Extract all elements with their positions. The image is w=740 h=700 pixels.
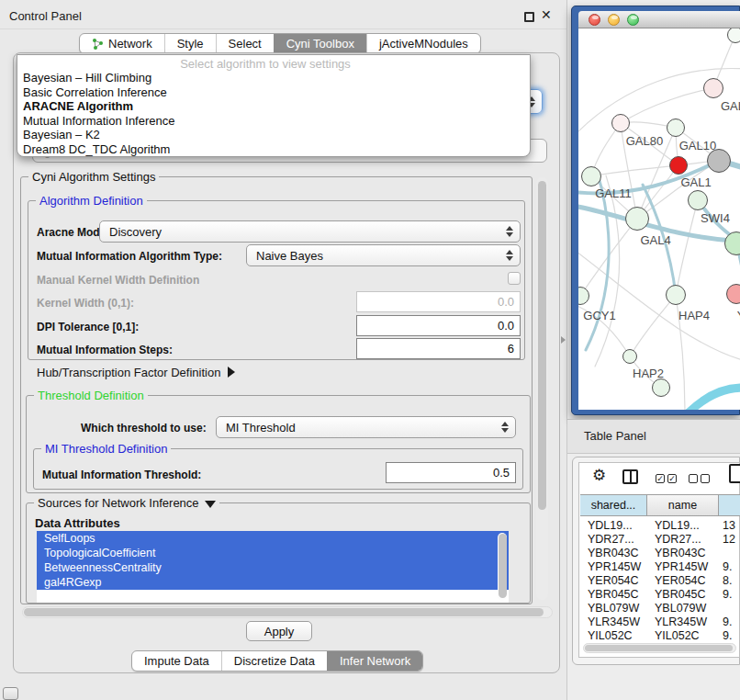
bottom-tab-discretize-data[interactable]: Discretize Data — [221, 651, 327, 671]
table-cell[interactable]: YLR345W — [588, 615, 640, 628]
network-node-y[interactable] — [726, 284, 740, 304]
network-node[interactable] — [652, 378, 670, 397]
tab-select[interactable]: Select — [216, 34, 274, 53]
network-node-gal4[interactable] — [625, 207, 649, 231]
table-cell[interactable]: YBR045C — [655, 588, 706, 601]
window-close-button[interactable] — [589, 14, 600, 26]
apply-button[interactable]: Apply — [246, 621, 312, 641]
network-edge[interactable] — [687, 388, 740, 410]
algorithm-option[interactable]: Basic Correlation Inference — [19, 85, 528, 100]
algorithm-option[interactable]: Mutual Information Inference — [19, 114, 528, 129]
dpi-tolerance-field[interactable]: 0.0 — [356, 315, 521, 336]
network-node-gal11[interactable] — [581, 166, 601, 186]
network-node-gal80[interactable] — [611, 114, 630, 132]
table-cell[interactable]: YBR043C — [655, 547, 706, 559]
table-cell[interactable]: 9. — [723, 560, 732, 573]
table-column-header[interactable]: shared... — [580, 494, 647, 516]
network-node[interactable] — [707, 149, 731, 173]
network-edge[interactable] — [621, 88, 713, 123]
attribute-list-item[interactable]: TopologicalCoefficient — [37, 546, 509, 560]
network-node-swi4[interactable] — [688, 190, 708, 210]
table-cell[interactable]: 9. — [723, 615, 732, 628]
table-cell[interactable]: YPR145W — [588, 560, 641, 573]
unchecked-checkbox-icon[interactable] — [689, 474, 698, 483]
gear-icon[interactable]: ⚙ — [592, 466, 606, 485]
table-column-header[interactable] — [719, 494, 740, 516]
network-node-gal[interactable] — [703, 78, 723, 98]
network-edge[interactable] — [630, 295, 676, 356]
bottom-tab-infer-network[interactable]: Infer Network — [327, 651, 422, 671]
settings-scrollbar-thumb[interactable] — [538, 181, 546, 510]
table-cell[interactable]: YBR045C — [588, 588, 639, 601]
table-cell[interactable]: YDL19... — [588, 519, 633, 532]
algorithm-option[interactable]: ARACNE Algorithm — [19, 99, 528, 114]
table-cell[interactable]: YER054C — [588, 574, 639, 587]
data-attributes-list[interactable]: SelfLoopsTopologicalCoefficientBetweenne… — [37, 531, 509, 603]
network-node[interactable] — [727, 28, 740, 43]
columns-icon[interactable] — [622, 469, 638, 484]
table-column-header[interactable]: name — [647, 494, 719, 516]
table-cell[interactable]: YIL052C — [655, 629, 700, 642]
table-cell[interactable]: YDR27... — [588, 533, 634, 546]
tab-jactivemnodules[interactable]: jActiveMNodules — [366, 34, 480, 53]
network-node-hap4[interactable] — [666, 285, 686, 305]
float-panel-icon[interactable] — [524, 12, 534, 22]
table-horizontal-scrollbar[interactable] — [583, 643, 736, 653]
bottom-tab-impute-data[interactable]: Impute Data — [132, 651, 221, 671]
settings-scrollbar[interactable] — [536, 177, 548, 600]
panel-grip-icon[interactable] — [3, 687, 18, 700]
table-cell[interactable]: 8. — [723, 574, 732, 587]
panel-splitter[interactable] — [566, 0, 567, 700]
tab-network[interactable]: Network — [80, 34, 164, 53]
attribute-list-item[interactable]: BetweennessCentrality — [37, 560, 509, 575]
table-cell[interactable]: YIL052C — [588, 629, 633, 642]
table-cell[interactable]: YBR043C — [588, 547, 639, 559]
expand-arrow-icon[interactable] — [228, 367, 235, 378]
network-node-hap2[interactable] — [622, 349, 637, 364]
table-cell[interactable]: YDL19... — [655, 519, 700, 532]
algorithm-option[interactable]: Bayesian – Hill Climbing — [19, 71, 528, 85]
table-cell[interactable]: YBL079W — [655, 602, 706, 615]
table-cell[interactable]: YLR345W — [655, 615, 707, 628]
mi-steps-field[interactable]: 6 — [356, 338, 521, 359]
table-cell[interactable]: 9. — [723, 629, 732, 642]
settings-horizontal-scrollbar-thumb[interactable] — [24, 608, 544, 616]
mi-threshold-field[interactable]: 0.5 — [386, 462, 516, 483]
document-icon[interactable] — [729, 464, 740, 483]
kernel-width-field[interactable]: 0.0 — [356, 291, 521, 312]
network-edge[interactable] — [676, 200, 698, 295]
checked-checkbox-icon[interactable]: ✓ — [667, 474, 677, 483]
table-cell[interactable]: 13 — [723, 519, 735, 532]
network-node-gal1[interactable] — [669, 156, 688, 175]
tab-cyni-toolbox[interactable]: Cyni Toolbox — [274, 34, 366, 53]
algorithm-option[interactable]: Bayesian – K2 — [19, 128, 528, 142]
attributes-scrollbar-thumb[interactable] — [499, 534, 507, 598]
window-minimize-button[interactable] — [608, 14, 620, 26]
collapse-arrow-icon[interactable] — [205, 501, 216, 508]
manual-kernel-checkbox[interactable] — [508, 272, 521, 285]
attribute-list-item[interactable]: gal4RGexp — [37, 575, 509, 590]
network-window-titlebar[interactable] — [578, 11, 740, 28]
splitter-grip-icon[interactable] — [561, 336, 566, 344]
table-horizontal-scrollbar-thumb[interactable] — [585, 645, 733, 651]
network-node-gal10[interactable] — [667, 119, 685, 137]
close-icon[interactable]: ✕ — [541, 7, 552, 22]
window-zoom-button[interactable] — [627, 14, 639, 26]
table-cell[interactable]: 9. — [723, 588, 732, 601]
network-edge[interactable] — [591, 165, 678, 176]
attributes-scrollbar[interactable] — [498, 533, 507, 601]
table-cell[interactable]: YBL079W — [588, 602, 639, 615]
table-cell[interactable]: 12 — [723, 533, 735, 546]
table-cell[interactable]: YDR27... — [655, 533, 701, 546]
table-cell[interactable]: YPR145W — [655, 560, 708, 573]
algorithm-option[interactable]: Dream8 DC_TDC Algorithm — [19, 142, 528, 157]
which-threshold-combobox[interactable]: MI Threshold — [216, 416, 516, 438]
unchecked-checkbox-icon[interactable] — [701, 474, 710, 483]
aracne-mode-combobox[interactable]: Discovery — [99, 220, 521, 243]
checked-checkbox-icon[interactable]: ✓ — [656, 474, 665, 483]
hub-definition-expander[interactable]: Hub/Transcription Factor Definition — [37, 366, 235, 379]
network-canvas[interactable]: GALGAL80GAL10GAL1GAL11SWI4GAL4GCY1HAP4YH… — [578, 28, 740, 410]
attribute-list-item[interactable]: SelfLoops — [37, 531, 509, 546]
settings-horizontal-scrollbar[interactable] — [22, 606, 553, 618]
table-cell[interactable]: YER054C — [655, 574, 706, 587]
